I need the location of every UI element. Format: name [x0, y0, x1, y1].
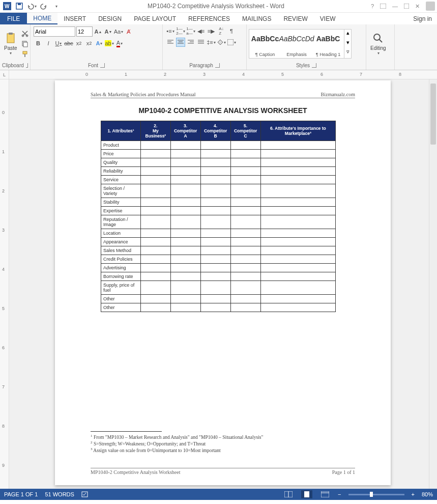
data-cell[interactable]	[170, 303, 200, 312]
copy-icon[interactable]	[20, 39, 30, 48]
data-cell[interactable]	[170, 215, 200, 229]
data-cell[interactable]	[141, 141, 171, 150]
attribute-cell[interactable]: Product	[101, 141, 141, 150]
data-cell[interactable]	[170, 229, 200, 238]
undo-icon[interactable]: ▾	[26, 1, 37, 11]
data-cell[interactable]	[230, 272, 260, 281]
data-cell[interactable]	[141, 184, 171, 198]
file-tab[interactable]: FILE	[0, 13, 27, 24]
data-cell[interactable]	[200, 167, 230, 176]
attribute-cell[interactable]: Other	[101, 303, 141, 312]
data-cell[interactable]	[170, 246, 200, 255]
data-cell[interactable]	[260, 184, 335, 198]
redo-icon[interactable]	[39, 1, 49, 11]
shading-icon[interactable]: ▾	[217, 38, 226, 47]
shrink-font-icon[interactable]: A▼	[104, 27, 113, 36]
data-cell[interactable]	[141, 167, 171, 176]
tab-design[interactable]: DESIGN	[92, 13, 128, 24]
data-cell[interactable]	[170, 295, 200, 303]
table-row[interactable]: Credit Policies	[101, 255, 336, 264]
data-cell[interactable]	[260, 238, 335, 246]
data-cell[interactable]	[230, 176, 260, 184]
spellcheck-icon[interactable]	[81, 491, 90, 498]
data-cell[interactable]	[170, 272, 200, 281]
data-cell[interactable]	[170, 281, 200, 295]
cut-icon[interactable]	[20, 29, 30, 38]
table-row[interactable]: Stability	[101, 198, 336, 207]
change-case-icon[interactable]: Aa▾	[114, 27, 123, 36]
data-cell[interactable]	[260, 255, 335, 264]
data-cell[interactable]	[260, 176, 335, 184]
data-cell[interactable]	[170, 238, 200, 246]
table-row[interactable]: Expertise	[101, 207, 336, 215]
data-cell[interactable]	[170, 167, 200, 176]
word-count[interactable]: 51 WORDS	[45, 491, 74, 497]
data-cell[interactable]	[230, 264, 260, 272]
data-cell[interactable]	[230, 141, 260, 150]
data-cell[interactable]	[141, 238, 171, 246]
data-cell[interactable]	[260, 281, 335, 295]
style-emphasis[interactable]: AaBbCcDdEmphasis	[281, 30, 312, 58]
minimize-icon[interactable]: ―	[392, 3, 398, 9]
data-cell[interactable]	[141, 176, 171, 184]
data-cell[interactable]	[141, 158, 171, 167]
attribute-cell[interactable]: Expertise	[101, 207, 141, 215]
data-cell[interactable]	[141, 150, 171, 158]
data-cell[interactable]	[200, 184, 230, 198]
data-cell[interactable]	[200, 198, 230, 207]
data-cell[interactable]	[260, 229, 335, 238]
print-layout-icon[interactable]	[301, 490, 312, 498]
data-cell[interactable]	[141, 295, 171, 303]
align-left-icon[interactable]	[166, 38, 175, 47]
table-row[interactable]: Borrowing rate	[101, 272, 336, 281]
data-cell[interactable]	[170, 184, 200, 198]
tab-mailings[interactable]: MAILINGS	[236, 13, 277, 24]
attribute-cell[interactable]: Stability	[101, 198, 141, 207]
data-cell[interactable]	[200, 150, 230, 158]
data-cell[interactable]	[141, 272, 171, 281]
zoom-level[interactable]: 80%	[422, 491, 433, 497]
data-cell[interactable]	[170, 158, 200, 167]
font-color-icon[interactable]: A▾	[115, 39, 124, 48]
read-mode-icon[interactable]	[283, 490, 294, 498]
table-row[interactable]: Advertising	[101, 264, 336, 272]
table-row[interactable]: Selection / Variety	[101, 184, 336, 198]
data-cell[interactable]	[200, 303, 230, 312]
tab-home[interactable]: HOME	[27, 13, 57, 24]
horizontal-ruler[interactable]: 012345678	[9, 70, 437, 79]
data-cell[interactable]	[141, 215, 171, 229]
data-cell[interactable]	[230, 207, 260, 215]
data-cell[interactable]	[200, 295, 230, 303]
align-center-icon[interactable]	[176, 38, 185, 47]
data-cell[interactable]	[170, 176, 200, 184]
data-cell[interactable]	[141, 264, 171, 272]
data-cell[interactable]	[200, 215, 230, 229]
data-cell[interactable]	[230, 295, 260, 303]
numbering-icon[interactable]: 1—2—▾	[176, 26, 185, 36]
data-cell[interactable]	[200, 229, 230, 238]
font-name-combo[interactable]	[34, 26, 75, 37]
data-cell[interactable]	[260, 264, 335, 272]
data-cell[interactable]	[260, 158, 335, 167]
data-cell[interactable]	[200, 207, 230, 215]
attribute-cell[interactable]: Advertising	[101, 264, 141, 272]
table-row[interactable]: Reliability	[101, 167, 336, 176]
line-spacing-icon[interactable]: ‡≡▾	[207, 38, 216, 47]
styles-row-down-icon[interactable]: ▾	[344, 39, 351, 49]
ruler-corner[interactable]: L	[0, 70, 9, 79]
bullets-icon[interactable]: •≡▾	[166, 26, 175, 36]
superscript-button[interactable]: x2	[84, 39, 94, 48]
attribute-cell[interactable]: Reputation / Image	[101, 215, 141, 229]
bold-button[interactable]: B	[34, 39, 43, 48]
data-cell[interactable]	[141, 303, 171, 312]
attribute-cell[interactable]: Credit Policies	[101, 255, 141, 264]
data-cell[interactable]	[170, 150, 200, 158]
styles-row-up-icon[interactable]: ▴	[344, 30, 351, 39]
tab-references[interactable]: REFERENCES	[182, 13, 236, 24]
grow-font-icon[interactable]: A▲	[94, 27, 103, 36]
user-avatar[interactable]	[426, 2, 435, 11]
data-cell[interactable]	[141, 246, 171, 255]
table-row[interactable]: Service	[101, 176, 336, 184]
table-row[interactable]: Quality	[101, 158, 336, 167]
styles-gallery[interactable]: AaBbCc¶ Caption AaBbCcDdEmphasis AaBbC¶ …	[249, 29, 352, 59]
